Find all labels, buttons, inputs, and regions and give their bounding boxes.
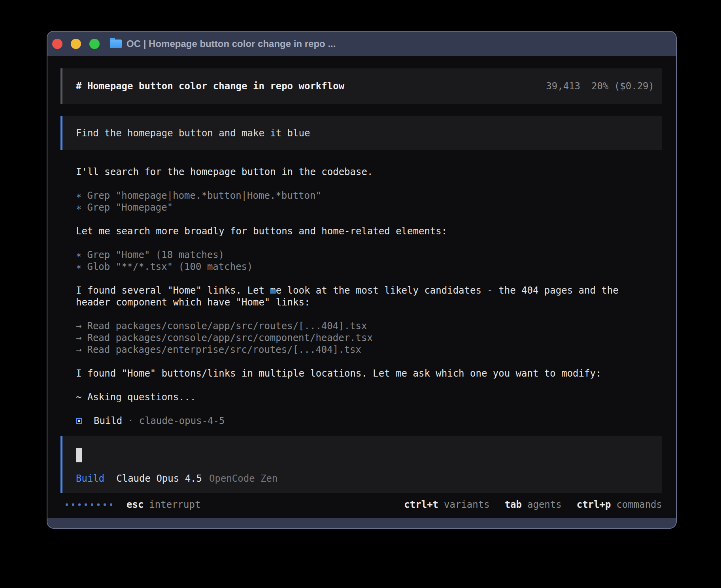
window-title: OC | Homepage button color change in rep… [126,38,336,49]
spinner-dot [91,503,93,506]
tool-call: ∗Grep "Home" (18 matches) [76,249,662,261]
shortcut-variants: ctrl+t variants [404,499,489,511]
assistant-paragraph-line: header component which have "Home" links… [76,296,662,308]
close-button[interactable] [52,39,62,49]
spinner-dot [85,503,87,506]
model-label: Claude Opus 4.5 [116,473,202,484]
assistant-paragraph: I found "Home" buttons/links in multiple… [76,368,662,379]
shortcut-key: tab [505,499,522,511]
assistant-paragraph: Let me search more broadly for buttons a… [76,225,662,237]
tool-call-group: ∗Grep "Home" (18 matches) ∗Glob "**/*.ts… [76,249,662,273]
mode-label: Build [76,473,104,484]
shortcut-commands: ctrl+p commands [577,499,662,511]
tool-call-text: Read packages/console/app/src/component/… [87,332,372,343]
tool-call-text: Grep "Homepage" [87,202,173,213]
spinner-dot [104,503,106,506]
status-left: esc interrupt [66,499,200,511]
shortcut-agents: tab agents [505,499,562,511]
shortcut-key: ctrl+t [404,499,438,511]
working-status: ~ Asking questions... [76,391,662,403]
session-stats: 39,413 20% ($0.29) [546,80,654,92]
shortcut-label: agents [527,499,562,511]
assistant-paragraph: I found several "Home" links. Let me loo… [76,285,662,308]
tool-call-text: Read packages/enterprise/src/routes/[...… [87,344,361,355]
tool-call: →Read packages/enterprise/src/routes/[..… [76,344,662,356]
tool-call: ∗Grep "homepage|home.*button|Home.*butto… [76,190,662,202]
tool-call-text: Grep "Home" (18 matches) [87,249,224,260]
read-arrow-icon: → [76,344,81,356]
spinner-dot [97,503,100,506]
shortcut-label: interrupt [149,499,200,511]
tool-call-text: Grep "homepage|home.*button|Home.*button… [87,190,321,201]
tool-call-group: →Read packages/console/app/src/routes/[.… [76,320,662,356]
tool-glyph-icon: ∗ [76,261,81,273]
status-bar: esc interrupt ctrl+t variants tab agents… [60,499,662,511]
user-message: Find the homepage button and make it blu… [60,116,662,150]
tool-call-group: ∗Grep "homepage|home.*button|Home.*butto… [76,190,662,213]
terminal-window: OC | Homepage button color change in rep… [47,31,677,529]
token-count: 39,413 [546,80,580,92]
titlebar: OC | Homepage button color change in rep… [47,32,676,56]
tool-glyph-icon: ∗ [76,202,81,213]
read-arrow-icon: → [76,332,81,344]
text-cursor [76,448,82,462]
spinner-dot [66,503,68,506]
tool-glyph-icon: ∗ [76,249,81,261]
context-cost: 20% ($0.29) [591,80,654,92]
minimize-button[interactable] [71,39,81,49]
tool-glyph-icon: ∗ [76,190,81,202]
prompt-input[interactable]: Build Claude Opus 4.5 OpenCode Zen [60,436,662,493]
user-message-text: Find the homepage button and make it blu… [76,127,310,139]
agent-name: Build [94,415,122,427]
tool-call: ∗Glob "**/*.tsx" (100 matches) [76,261,662,273]
window-bottom-chrome [47,518,676,528]
build-agent-icon [76,418,82,424]
spinner-dot [110,503,112,506]
spinner-dot [72,503,74,506]
shortcut-label: variants [444,499,490,511]
agent-indicator: Build · claude-opus-4-5 [76,415,662,427]
zoom-button[interactable] [89,39,100,49]
tool-call-text: Read packages/console/app/src/routes/[..… [87,320,367,332]
read-arrow-icon: → [76,320,81,332]
provider-label: OpenCode Zen [209,473,277,484]
spinner-icon [66,503,116,506]
input-mode-row: Build Claude Opus 4.5 OpenCode Zen [76,473,654,484]
session-title: # Homepage button color change in repo w… [76,80,344,92]
tool-call: ∗Grep "Homepage" [76,202,662,213]
status-right: ctrl+t variants tab agents ctrl+p comman… [389,499,662,511]
tool-call-text: Glob "**/*.tsx" (100 matches) [87,261,253,272]
shortcut-key: esc [126,499,143,511]
terminal-content: # Homepage button color change in repo w… [47,56,676,518]
assistant-paragraph: I'll search for the homepage button in t… [76,166,662,178]
session-header: # Homepage button color change in repo w… [60,68,662,104]
spinner-dot [78,503,81,506]
folder-icon [110,40,122,48]
agent-separator: · [128,415,133,427]
shortcut-label: commands [616,499,662,511]
tool-call: →Read packages/console/app/src/routes/[.… [76,320,662,332]
assistant-paragraph-line: I found several "Home" links. Let me loo… [76,285,662,296]
shortcut-key: ctrl+p [577,499,611,511]
agent-model: claude-opus-4-5 [139,415,225,427]
conversation: I'll search for the homepage button in t… [76,166,662,427]
tool-call: →Read packages/console/app/src/component… [76,332,662,344]
